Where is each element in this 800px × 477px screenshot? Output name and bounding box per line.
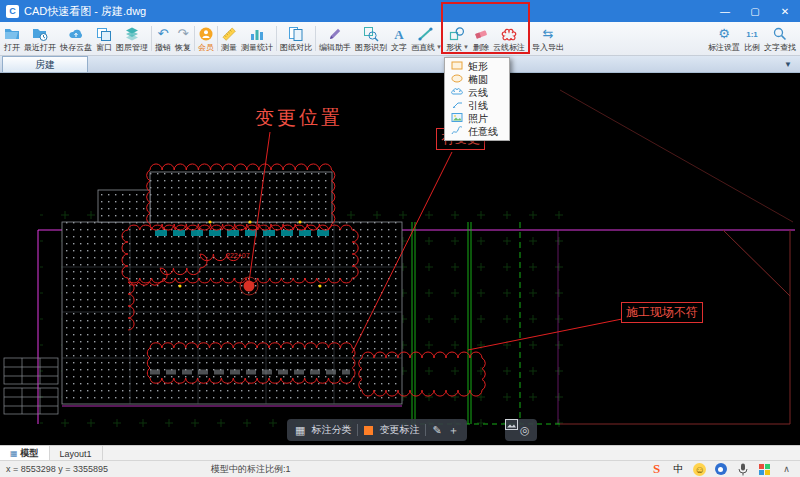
shapes-icon xyxy=(449,26,465,43)
layer-manager-button[interactable]: 图层管理 xyxy=(114,22,150,55)
menu-item-rectangle[interactable]: 矩形 xyxy=(445,60,509,73)
chevron-down-icon: ▼ xyxy=(436,43,442,52)
window-button[interactable]: 窗口 xyxy=(94,22,114,55)
redo-button[interactable]: ↷ 恢复 xyxy=(173,22,193,55)
shape-dropdown-menu: 矩形 椭圆 云线 引线 照片 任意线 xyxy=(444,57,510,141)
text-search-button[interactable]: 文字查找 xyxy=(762,22,798,55)
search-icon xyxy=(772,26,788,43)
member-button[interactable]: 会员 xyxy=(196,22,216,55)
recent-open-button[interactable]: 最近打开 xyxy=(22,22,58,55)
highlighted-tool-group: 形状▼ 删除 云线标注 矩形 椭圆 云线 xyxy=(444,22,527,55)
ruler-icon xyxy=(221,26,237,43)
edit-assistant-button[interactable]: 编辑助手 xyxy=(317,22,353,55)
toolbar-separator xyxy=(315,26,316,51)
annotation-scale-text: 模型中的标注比例:1 xyxy=(211,463,291,476)
chevron-down-icon: ▼ xyxy=(463,43,469,52)
menu-item-leader[interactable]: 引线 xyxy=(445,99,509,112)
shape-recognition-button[interactable]: 图形识别 xyxy=(353,22,389,55)
window-title: CAD快速看图 - 房建.dwg xyxy=(24,4,146,19)
add-icon[interactable]: ＋ xyxy=(448,424,459,436)
import-export-button[interactable]: ⇆ 导入导出 xyxy=(530,22,566,55)
tab-model[interactable]: ▦ 模型 xyxy=(0,446,50,461)
layout-tab-bar: ▦ 模型 Layout1 xyxy=(0,445,800,461)
document-tab[interactable]: 房建 xyxy=(2,56,88,72)
tray-chevron-up-icon[interactable]: ∧ xyxy=(779,462,794,477)
pencil-assistant-icon xyxy=(327,26,343,43)
system-tray: S 中 ☺ ∧ xyxy=(649,462,794,477)
classify-label: 标注分类 xyxy=(311,423,351,437)
document-tab-strip: 房建 ▼ xyxy=(0,56,800,73)
category-color-swatch xyxy=(364,426,373,435)
minimize-button[interactable]: — xyxy=(710,0,740,22)
separator xyxy=(357,424,358,436)
edit-pencil-icon[interactable]: ✎ xyxy=(432,424,441,436)
bar-chart-icon xyxy=(249,26,265,43)
layers-icon xyxy=(124,26,140,43)
annotation-settings-button[interactable]: ⚙ 标注设置 xyxy=(706,22,742,55)
toolbar-separator xyxy=(217,26,218,51)
menu-item-photo[interactable]: 照片 xyxy=(445,112,509,125)
toolbar-separator xyxy=(528,26,529,51)
cad-drawing: 222+07 xyxy=(0,72,800,445)
leader-icon xyxy=(451,99,463,112)
close-button[interactable]: ✕ xyxy=(770,0,800,22)
annotation-change-location[interactable]: 变更位置 xyxy=(255,105,343,131)
tray-apps-grid-icon[interactable] xyxy=(757,462,772,477)
drawing-canvas[interactable]: 222+07 变更位置 有变更 施工现场不符 ▦ 标注分类 变更标注 ✎ ＋ ◎ xyxy=(0,72,800,445)
tray-network-icon[interactable] xyxy=(713,462,728,477)
tray-microphone-icon[interactable] xyxy=(735,462,750,477)
toolbar-separator xyxy=(151,26,152,51)
toolbar-separator xyxy=(194,26,195,51)
freehand-icon xyxy=(451,125,463,138)
import-export-icon: ⇆ xyxy=(542,26,553,43)
line-icon xyxy=(418,26,434,43)
folder-open-icon xyxy=(4,26,20,43)
revision-cloud-icon xyxy=(501,26,517,43)
separator xyxy=(425,424,426,436)
annotation-site-mismatch[interactable]: 施工现场不符 xyxy=(621,302,703,323)
measure-button[interactable]: 测量 xyxy=(219,22,239,55)
menu-item-ellipse[interactable]: 椭圆 xyxy=(445,73,509,86)
member-icon xyxy=(198,26,214,43)
cloud-save-button[interactable]: 快存云盘 xyxy=(58,22,94,55)
locate-icon[interactable]: ◎ xyxy=(520,424,530,436)
tab-list-chevron-icon[interactable]: ▼ xyxy=(784,60,792,69)
delete-button[interactable]: 删除 xyxy=(471,22,491,55)
toolbar-separator xyxy=(276,26,277,51)
annotation-mini-panel: ◎ xyxy=(505,419,537,441)
open-button[interactable]: 打开 xyxy=(2,22,22,55)
model-grid-icon: ▦ xyxy=(10,449,18,458)
text-button[interactable]: A 文字 xyxy=(389,22,409,55)
category-select[interactable]: 变更标注 xyxy=(379,423,419,437)
recognize-icon xyxy=(363,26,379,43)
annotation-toolbar: ▦ 标注分类 变更标注 ✎ ＋ xyxy=(287,419,467,441)
eraser-icon xyxy=(473,26,489,43)
tray-s-logo-icon[interactable]: S xyxy=(649,462,664,477)
compare-sheets-icon xyxy=(288,26,304,43)
cloud-line-icon xyxy=(451,86,463,99)
scale-button[interactable]: 1:1 比例 xyxy=(742,22,762,55)
letter-a-icon: A xyxy=(394,26,403,43)
dimension-label: 222+07 xyxy=(226,252,250,259)
windows-icon xyxy=(96,26,112,43)
ellipse-icon xyxy=(451,73,463,86)
tab-layout1[interactable]: Layout1 xyxy=(50,446,103,461)
measure-stats-button[interactable]: 测量统计 xyxy=(239,22,275,55)
menu-item-freehand[interactable]: 任意线 xyxy=(445,125,509,138)
maximize-button[interactable]: ▢ xyxy=(740,0,770,22)
drawing-compare-button[interactable]: 图纸对比 xyxy=(278,22,314,55)
rectangle-icon xyxy=(451,60,463,73)
recent-folder-icon xyxy=(32,26,48,43)
shape-button[interactable]: 形状▼ xyxy=(444,22,471,55)
undo-button[interactable]: ↶ 撤销 xyxy=(153,22,173,55)
cloud-icon xyxy=(68,26,84,43)
draw-line-button[interactable]: 画直线▼ xyxy=(409,22,444,55)
tray-emoji-icon[interactable]: ☺ xyxy=(693,463,706,476)
scale-icon: 1:1 xyxy=(746,26,758,43)
photo-icon xyxy=(451,112,463,125)
menu-item-cloud-line[interactable]: 云线 xyxy=(445,86,509,99)
app-logo-icon: C xyxy=(6,5,19,18)
gear-icon: ⚙ xyxy=(718,26,730,43)
cloud-annotation-button[interactable]: 云线标注 xyxy=(491,22,527,55)
tray-input-method-icon[interactable]: 中 xyxy=(671,462,686,477)
